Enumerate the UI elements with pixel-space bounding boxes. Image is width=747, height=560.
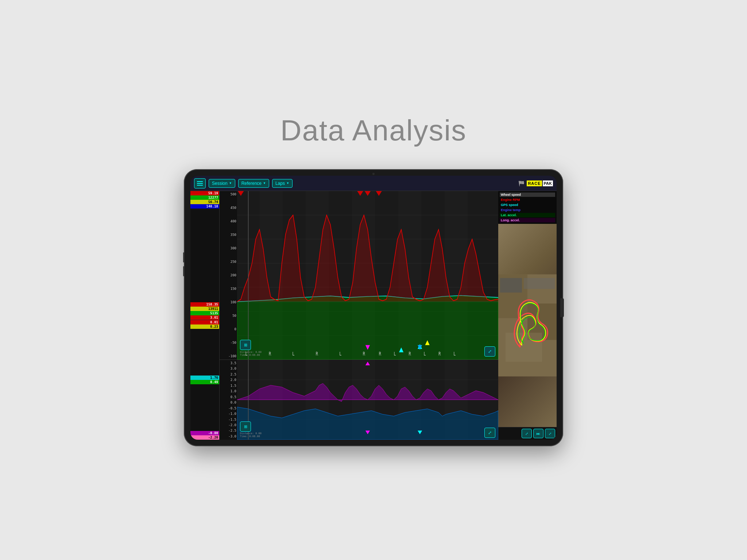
- y-label-450: 450: [220, 206, 236, 210]
- bvalue-5: -0.80: [190, 431, 219, 435]
- fullscreen-button[interactable]: ⤢: [545, 429, 555, 438]
- right-sidebar: Wheel speed Engine RPM GPS speed Engine …: [498, 191, 557, 440]
- value-3: 56.74: [190, 200, 219, 204]
- main-area: 59.19 12277 56.74 148.18 158.35 13911 51…: [190, 191, 557, 440]
- next-button[interactable]: ⏭: [533, 429, 543, 438]
- legend-longaccel: Long. accel.: [500, 218, 555, 222]
- ipad-camera: [372, 173, 375, 175]
- page-title: Data Analysis: [280, 114, 467, 147]
- y-axis-top: 500 450 400 350 300 250 200 150 100 50 0: [220, 191, 237, 359]
- y-label-100: 100: [220, 300, 236, 304]
- reference-label: Reference: [241, 181, 262, 186]
- svg-rect-57: [524, 278, 555, 289]
- by-2.0: 2.0: [220, 378, 236, 382]
- top-chart-container: 500 450 400 350 300 250 200 150 100 50 0: [220, 191, 498, 359]
- y-label-250: 250: [220, 260, 236, 264]
- by-n2.5: -2.5: [220, 429, 236, 432]
- by-n1.0: -1.0: [220, 412, 236, 416]
- reference-dropdown[interactable]: Reference ▼: [238, 179, 269, 188]
- app-content: Session ▼ Reference ▼ Laps ▼ 🏁 RACE: [190, 176, 557, 440]
- legend-area: Wheel speed Engine RPM GPS speed Engine …: [498, 191, 557, 224]
- time-label: Time: 0:08.00: [240, 354, 262, 357]
- reference-arrow: ▼: [263, 182, 266, 185]
- svg-marker-13: [237, 296, 498, 359]
- dist-label: Distance: 0.00: [240, 351, 262, 354]
- y-label-350: 350: [220, 233, 236, 237]
- bvalue-3: 1.76: [190, 376, 219, 380]
- value-6: 13911: [190, 307, 219, 311]
- svg-text:R: R: [363, 351, 365, 357]
- ipad-volume-down[interactable]: [183, 266, 185, 276]
- y-axis-bottom: 3.5 3.0 2.5 2.0 1.5 1.0 0.5 0.0 -0.5 -1.…: [220, 360, 237, 440]
- ipad-volume-up[interactable]: [183, 252, 185, 262]
- expand-button-bottom[interactable]: ⤢: [484, 428, 495, 438]
- bottom-chart-grid-btn: ⊞ Distance: 0.00 Time: 0:08.00: [240, 421, 262, 438]
- flag-icon: 🏁: [518, 180, 525, 186]
- ipad-home-button[interactable]: [560, 298, 564, 317]
- hamburger-button[interactable]: [194, 178, 206, 188]
- legend-lataccel: Lat. accel.: [500, 213, 555, 217]
- bvalue-6: -2.20: [190, 435, 219, 440]
- chart-area: 500 450 400 350 300 250 200 150 100 50 0: [220, 191, 498, 440]
- nav-bar: Session ▼ Reference ▼ Laps ▼ 🏁 RACE: [190, 176, 557, 191]
- y-label-500: 500: [220, 192, 236, 196]
- top-chart-canvas: L R L R L R R L R L: [237, 191, 498, 359]
- map-area: [498, 224, 557, 427]
- by-3.5: 3.5: [220, 361, 236, 365]
- legend-gps: GPS speed: [500, 203, 555, 207]
- svg-text:L: L: [453, 351, 456, 357]
- ipad-screen: Session ▼ Reference ▼ Laps ▼ 🏁 RACE: [190, 176, 557, 440]
- grid-toggle-button[interactable]: ⊞: [240, 340, 251, 350]
- laps-label: Laps: [275, 181, 285, 186]
- bottom-chart-svg: [237, 360, 498, 440]
- bottom-chart-canvas: ⊞ Distance: 0.00 Time: 0:08.00 ⤢: [237, 360, 498, 440]
- spacer-top: [190, 209, 219, 302]
- logo-pak: PAK: [543, 180, 553, 186]
- by-n1.5: -1.5: [220, 418, 236, 421]
- y-label-400: 400: [220, 219, 236, 223]
- svg-rect-56: [500, 278, 522, 293]
- time-label-bottom: Time: 0:08.00: [240, 435, 262, 438]
- hamburger-line-3: [197, 185, 203, 186]
- ipad-frame: Session ▼ Reference ▼ Laps ▼ 🏁 RACE: [184, 169, 563, 446]
- svg-text:R: R: [316, 351, 318, 357]
- svg-text:R: R: [379, 351, 382, 357]
- y-label-200: 200: [220, 273, 236, 277]
- chart-expand-btn-top[interactable]: ⤢: [484, 346, 495, 357]
- chart-grid-btn-top: ⊞ Distance: 0.00 Time: 0:08.00: [240, 340, 262, 357]
- by-1.0: 1.0: [220, 389, 236, 393]
- grid-toggle-button-bottom[interactable]: ⊞: [240, 421, 251, 432]
- svg-text:R: R: [438, 351, 441, 357]
- bottom-chart-container: 3.5 3.0 2.5 2.0 1.5 1.0 0.5 0.0 -0.5 -1.…: [220, 359, 498, 440]
- left-sidebar: 59.19 12277 56.74 148.18 158.35 13911 51…: [190, 191, 220, 440]
- spacer-mid: [190, 329, 219, 376]
- laps-dropdown[interactable]: Laps ▼: [272, 179, 293, 188]
- expand-button-top[interactable]: ⤢: [484, 346, 495, 357]
- y-label-150: 150: [220, 287, 236, 291]
- dist-label-bottom: Distance: 0.00: [240, 432, 262, 435]
- by-n2.0: -2.0: [220, 423, 236, 427]
- session-arrow: ▼: [229, 182, 232, 185]
- ipad-side-buttons: [183, 252, 185, 276]
- svg-text:R: R: [409, 351, 411, 357]
- svg-text:L: L: [423, 351, 426, 357]
- value-4: 148.18: [190, 204, 219, 209]
- y-label-0: 0: [220, 327, 236, 331]
- expand-map-button[interactable]: ⤢: [522, 429, 532, 438]
- by-n0.5: -0.5: [220, 407, 236, 410]
- logo-race: RACE: [527, 180, 542, 186]
- racepak-logo: 🏁 RACE PAK: [518, 180, 553, 186]
- hamburger-line-2: [197, 183, 203, 184]
- bvalue-2: 0.23: [190, 324, 219, 329]
- bottom-chart-toolbar: ⤢: [484, 428, 495, 438]
- svg-text:R: R: [269, 351, 271, 357]
- session-label: Session: [212, 181, 228, 186]
- by-2.5: 2.5: [220, 373, 236, 376]
- y-label-n50: -50: [220, 341, 236, 345]
- by-3.0: 3.0: [220, 367, 236, 370]
- bvalue-4: 0.49: [190, 380, 219, 384]
- right-sidebar-toolbar: ⤢ ⏭ ⤢: [498, 427, 557, 440]
- session-dropdown[interactable]: Session ▼: [209, 179, 235, 188]
- laps-arrow: ▼: [286, 182, 289, 185]
- by-n3.0: -3.0: [220, 435, 236, 438]
